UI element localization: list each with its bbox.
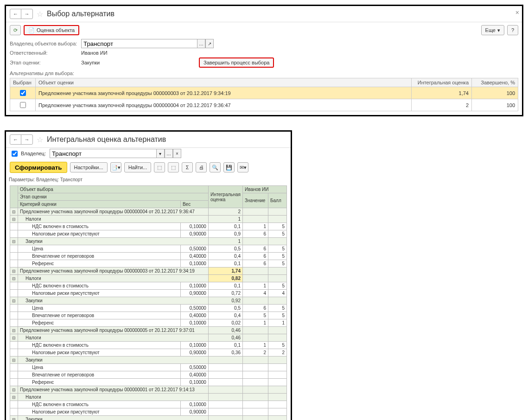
report-row[interactable]: ⊟Закупки <box>10 356 287 364</box>
refresh-button[interactable]: ⟳ <box>10 25 21 35</box>
stage-label: Этап оценки: <box>10 60 79 65</box>
report-row[interactable]: Референс0,100000,0211 <box>10 319 287 327</box>
col-object[interactable]: Объект оценки <box>36 78 412 87</box>
owner-filter-clear[interactable]: × <box>173 149 181 158</box>
owner-filter-checkbox[interactable] <box>12 151 18 157</box>
more-button[interactable]: Еще ▾ <box>481 25 504 35</box>
report-row[interactable]: Налоговые риски присутствуют0,90000 <box>10 408 287 416</box>
collapse-icon[interactable]: ⊟ <box>10 275 18 282</box>
collapse-icon[interactable]: ⊟ <box>10 394 18 401</box>
report-row[interactable]: ⊟Налоги <box>10 394 287 401</box>
table-row[interactable]: Предложение участника закупочной процеду… <box>10 87 518 99</box>
report-row[interactable]: Референс0,100000,165 <box>10 260 287 267</box>
send-button[interactable]: ✉▾ <box>237 162 248 172</box>
criterion-weight: 0,10000 <box>180 401 208 408</box>
print-button[interactable]: 🖨 <box>196 162 207 172</box>
collapse-icon[interactable]: ⊟ <box>10 238 18 245</box>
owner-open-button[interactable]: ↗ <box>205 39 214 48</box>
report-row[interactable]: Референс0,10000 <box>10 379 287 386</box>
report-row[interactable]: НДС включен в стоимость0,100000,115 <box>10 342 287 349</box>
save-button[interactable]: 💾 <box>223 162 235 172</box>
report-row[interactable]: ⊟Предложение участника закупочной процед… <box>10 208 287 216</box>
params-value: Владелец: Транспорт <box>36 177 83 182</box>
criterion-weight: 0,10000 <box>180 260 208 267</box>
report-row[interactable]: ⊟Закупки <box>10 416 287 420</box>
report-row[interactable]: Цена0,50000 <box>10 364 287 371</box>
col-selected[interactable]: Выбран <box>10 78 36 87</box>
report-row[interactable]: Налоговые риски присутствуют0,900000,965 <box>10 230 287 238</box>
collapse-icon[interactable]: ⊟ <box>10 416 18 420</box>
criterion-name: Впечатление от переговоров <box>18 371 181 379</box>
report-row[interactable]: Впечатление от переговоров0,40000 <box>10 371 287 379</box>
criterion-name: НДС включен в стоимость <box>18 401 181 408</box>
criterion-integral: 0,4 <box>208 253 242 260</box>
window-header: ← → ☆ Выбор альтернатив × <box>6 6 522 22</box>
evaluate-object-button[interactable]: 📄 Оценка объекта <box>24 25 79 35</box>
forward-button-2[interactable]: → <box>21 135 32 144</box>
settings-button[interactable]: Настройки... <box>70 162 108 172</box>
expand-button[interactable]: ⬚ <box>154 162 165 172</box>
forward-button[interactable]: → <box>21 9 32 19</box>
report-row[interactable]: НДС включен в стоимость0,100000,115 <box>10 223 287 230</box>
criterion-integral: 0,5 <box>208 245 242 253</box>
back-button[interactable]: ← <box>10 9 21 19</box>
report-row[interactable]: Налоговые риски присутствуют0,900000,724… <box>10 290 287 297</box>
report-row[interactable]: Впечатление от переговоров0,400000,465 <box>10 253 287 260</box>
find-button[interactable]: Найти... <box>124 162 152 172</box>
close-icon[interactable]: × <box>515 9 519 16</box>
collapse-icon[interactable]: ⊟ <box>10 356 18 364</box>
owner-input[interactable] <box>81 39 197 48</box>
collapse-icon[interactable]: ⊟ <box>10 386 18 394</box>
more-label: Еще <box>485 27 496 33</box>
alternative-selection-window: ← → ☆ Выбор альтернатив × ⟳ 📄 Оценка объ… <box>5 5 523 116</box>
owner-filter-dropdown[interactable]: ▾ <box>156 149 165 158</box>
favorite-star-icon-2[interactable]: ☆ <box>37 135 43 144</box>
variants-button[interactable]: 📑▾ <box>110 162 121 172</box>
sum-button[interactable]: Σ <box>182 162 193 172</box>
report-row[interactable]: Цена0,500000,565 <box>10 305 287 312</box>
finish-selection-button[interactable]: Завершить процесс выбора <box>199 57 274 68</box>
collapse-icon[interactable]: ⊟ <box>10 297 18 305</box>
hd-ball: Балл <box>268 193 287 208</box>
owner-select-button[interactable]: … <box>197 39 205 48</box>
table-row[interactable]: Предложение участника закупочной процеду… <box>10 99 518 111</box>
report-row[interactable]: ⊟Налоги0,46 <box>10 334 287 342</box>
owner-filter-select[interactable]: … <box>165 149 173 158</box>
collapse-icon[interactable]: ⊟ <box>10 267 18 275</box>
subgroup-integral: 0,82 <box>208 275 242 282</box>
collapse-button[interactable]: ⬚ <box>168 162 179 172</box>
favorite-star-icon[interactable]: ☆ <box>37 10 43 19</box>
preview-button[interactable]: 🔍 <box>210 162 221 172</box>
criterion-name: Референс <box>18 260 181 267</box>
collapse-icon[interactable]: ⊟ <box>10 216 18 223</box>
back-button-2[interactable]: ← <box>10 135 21 144</box>
help-button[interactable]: ? <box>507 25 518 35</box>
row-object: Предложение участника закупочной процеду… <box>36 87 412 99</box>
report-row[interactable]: ⊟Закупки0,92 <box>10 297 287 305</box>
report-row[interactable]: НДС включен в стоимость0,100000,115 <box>10 282 287 290</box>
subgroup-name: Налоги <box>18 394 209 401</box>
report-row[interactable]: ⊟Предложение участника закупочной процед… <box>10 327 287 334</box>
report-row[interactable]: Налоговые риски присутствуют0,900000,362… <box>10 349 287 356</box>
collapse-icon[interactable]: ⊟ <box>10 208 18 216</box>
generate-report-button[interactable]: Сформировать <box>10 162 67 173</box>
report-row[interactable]: Цена0,500000,565 <box>10 245 287 253</box>
owner-filter-input[interactable] <box>50 149 156 158</box>
col-done[interactable]: Завершено, % <box>472 78 518 87</box>
collapse-icon[interactable]: ⊟ <box>10 327 18 334</box>
col-score[interactable]: Интегральная оценка <box>412 78 472 87</box>
report-row[interactable]: ⊟Налоги0,82 <box>10 275 287 282</box>
row-checkbox[interactable] <box>20 90 26 96</box>
report-row[interactable]: ⊟Закупки1 <box>10 238 287 245</box>
row-checkbox[interactable] <box>20 102 26 108</box>
collapse-icon[interactable]: ⊟ <box>10 334 18 342</box>
row-score: 2 <box>412 99 472 111</box>
report-row[interactable]: Впечатление от переговоров0,400000,455 <box>10 312 287 319</box>
report-row[interactable]: ⊟Налоги1 <box>10 216 287 223</box>
criterion-ball: 1 <box>268 319 287 327</box>
report-row[interactable]: ⊟Предложение участника закупочной процед… <box>10 267 287 275</box>
hd-criterion: Критерий оценки <box>18 201 181 208</box>
report-row[interactable]: ⊟Предложение участника закупочной процед… <box>10 386 287 394</box>
criterion-weight: 0,10000 <box>180 223 208 230</box>
report-row[interactable]: НДС включен в стоимость0,10000 <box>10 401 287 408</box>
